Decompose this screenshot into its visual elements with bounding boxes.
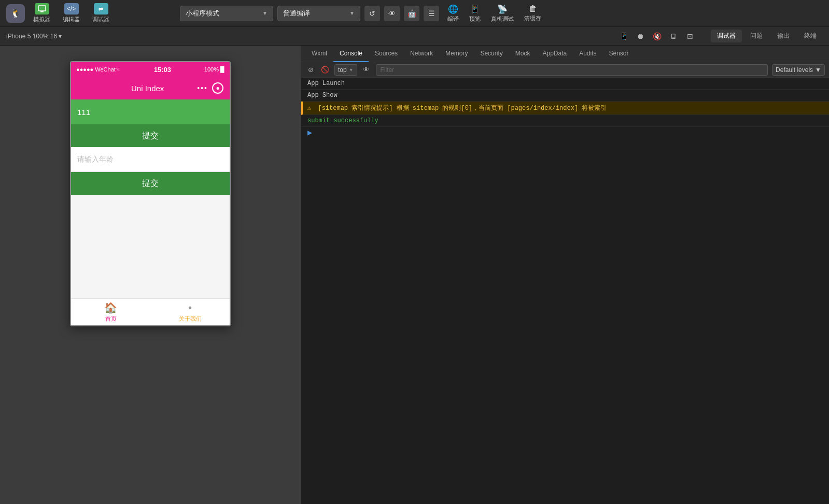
devtools-panel: Wxml Console Sources Network Memory Secu… [301, 46, 829, 504]
simulator-icon [35, 3, 49, 15]
record-icon[interactable]: ⏺ [634, 30, 647, 42]
eye-btn[interactable]: 👁 [384, 6, 400, 21]
svg-rect-1 [40, 11, 44, 12]
preview-label: 预览 [469, 15, 481, 23]
navbar-right-icons: ••• ● [197, 82, 223, 94]
phone-content-area [71, 195, 230, 298]
tab-sensor[interactable]: Sensor [603, 46, 635, 62]
compile-selector[interactable]: 普通编译 ▼ [277, 6, 360, 21]
debugger-icon: ⇌ [94, 3, 108, 15]
phone-body: 111 提交 请输入年龄 提交 [71, 99, 230, 325]
input-section-1[interactable]: 111 [71, 99, 230, 124]
tab-audits[interactable]: Audits [573, 46, 602, 62]
submit-label-2: 提交 [142, 178, 159, 189]
phone-page-title: Uni Index [131, 84, 164, 93]
refresh-icon: ↺ [369, 9, 375, 18]
navbar-more-icon[interactable]: ••• [197, 84, 208, 92]
submit-button-2[interactable]: 提交 [71, 172, 230, 195]
submit-button-1[interactable]: 提交 [71, 124, 230, 147]
preview-icon: 📱 [470, 4, 480, 14]
preview-action[interactable]: 📱 预览 [469, 4, 481, 23]
about-icon: • [188, 302, 192, 314]
log-levels-arrow-icon: ▼ [815, 66, 821, 74]
record-dot-icon: ● [216, 84, 219, 92]
navbar-circle-btn[interactable]: ● [212, 82, 223, 94]
submit-success-text: submit successfully [307, 117, 378, 124]
mute-icon[interactable]: 🔇 [651, 30, 663, 42]
editor-btn[interactable]: </> 编辑器 [59, 1, 84, 25]
svg-rect-0 [38, 6, 46, 11]
console-item-app-show: App Show [301, 90, 829, 102]
tab-console[interactable]: Console [333, 46, 369, 62]
compile-label: 普通编译 [283, 9, 310, 18]
tab-output[interactable]: 输出 [771, 30, 796, 42]
tab-network[interactable]: Network [404, 46, 439, 62]
app-logo: 🐧 [6, 4, 25, 23]
console-output: App Launch App Show ⚠ [sitemap 索引情况提示] 根… [301, 78, 829, 504]
context-selector[interactable]: top ▼ [334, 64, 357, 76]
app-launch-text: App Launch [307, 80, 345, 87]
log-levels-selector[interactable]: Default levels ▼ [772, 64, 825, 76]
filter-input[interactable] [376, 64, 768, 76]
console-item-app-launch: App Launch [301, 78, 829, 90]
real-device-action[interactable]: 📡 真机调试 [491, 4, 514, 23]
submit-label-1: 提交 [142, 131, 159, 141]
robot-icon: 🤖 [408, 9, 416, 18]
context-arrow-icon: ▼ [349, 67, 354, 73]
translate-label: 编译 [447, 15, 459, 23]
layout-icon[interactable]: ⊡ [684, 30, 696, 42]
tab-debugger[interactable]: 调试器 [711, 30, 742, 42]
layers-icon: ☰ [428, 9, 435, 18]
translate-action[interactable]: 🌐 编译 [447, 4, 459, 23]
robot-btn[interactable]: 🤖 [404, 6, 419, 21]
layers-btn[interactable]: ☰ [424, 6, 439, 21]
device-info[interactable]: iPhone 5 100% 16 ▾ [6, 33, 62, 40]
console-clear-icon[interactable]: 🚫 [320, 65, 330, 75]
translate-icon: 🌐 [448, 4, 458, 14]
tab-security[interactable]: Security [474, 46, 509, 62]
simulator-label: 模拟器 [33, 16, 50, 23]
log-levels-label: Default levels [776, 66, 813, 74]
home-icon: 🏠 [104, 301, 117, 314]
editor-icon: </> [64, 3, 79, 15]
tab-appdata[interactable]: AppData [536, 46, 573, 62]
input-section-2[interactable]: 请输入年龄 [71, 147, 230, 172]
main-content: ●●●●● WeChat☜ 15:03 100% ▉ Uni Index •••… [0, 46, 829, 504]
clear-cache-icon: 🗑 [529, 4, 537, 13]
phone-outline-icon[interactable]: 📱 [617, 30, 630, 42]
tab-memory[interactable]: Memory [439, 46, 474, 62]
compile-arrow-icon: ▼ [349, 10, 355, 16]
console-item-submit-success: submit successfully [301, 115, 829, 127]
clear-cache-action[interactable]: 🗑 清缓存 [524, 4, 541, 23]
tab-mock[interactable]: Mock [509, 46, 537, 62]
console-stop-icon[interactable]: ⊘ [305, 65, 316, 75]
phone-statusbar: ●●●●● WeChat☜ 15:03 100% ▉ [71, 62, 230, 77]
refresh-btn[interactable]: ↺ [364, 6, 380, 21]
tab-wxml[interactable]: Wxml [305, 46, 333, 62]
signal-indicator: ●●●●● WeChat☜ [76, 66, 121, 73]
eye-filter-icon[interactable]: 👁 [361, 65, 372, 75]
phone-time: 15:03 [154, 66, 171, 74]
tab-issues[interactable]: 问题 [744, 30, 769, 42]
mode-label: 小程序模式 [186, 9, 219, 18]
devtools-top-tabs: Wxml Console Sources Network Memory Secu… [301, 46, 829, 62]
screen-icon[interactable]: 🖥 [667, 30, 680, 42]
battery-indicator: 100% ▉ [204, 66, 224, 73]
devtools-toolbar: ⊘ 🚫 top ▼ 👁 Default levels ▼ [301, 62, 829, 78]
secondary-toolbar: iPhone 5 100% 16 ▾ 📱 ⏺ 🔇 🖥 ⊡ 调试器 问题 输出 终… [0, 27, 829, 46]
eye-icon: 👁 [388, 9, 396, 18]
mode-selector[interactable]: 小程序模式 ▼ [180, 6, 273, 21]
console-item-sitemap-warning: ⚠ [sitemap 索引情况提示] 根据 sitemap 的规则[0]，当前页… [301, 102, 829, 115]
secondary-icons: 📱 ⏺ 🔇 🖥 ⊡ [617, 30, 696, 42]
mode-arrow-icon: ▼ [262, 10, 268, 16]
debugger-label: 调试器 [92, 16, 109, 23]
phone-frame: ●●●●● WeChat☜ 15:03 100% ▉ Uni Index •••… [70, 61, 231, 326]
phone-tab-home[interactable]: 🏠 首页 [71, 301, 150, 323]
tab-sources[interactable]: Sources [369, 46, 404, 62]
devtools-tabs: 调试器 问题 输出 终端 [711, 30, 823, 42]
debugger-btn[interactable]: ⇌ 调试器 [88, 1, 114, 25]
phone-tab-about[interactable]: • 关于我们 [150, 302, 230, 323]
tab-terminal[interactable]: 终端 [798, 30, 823, 42]
console-expand-arrow[interactable]: ▶ [301, 127, 829, 138]
simulator-btn[interactable]: 模拟器 [29, 1, 54, 25]
